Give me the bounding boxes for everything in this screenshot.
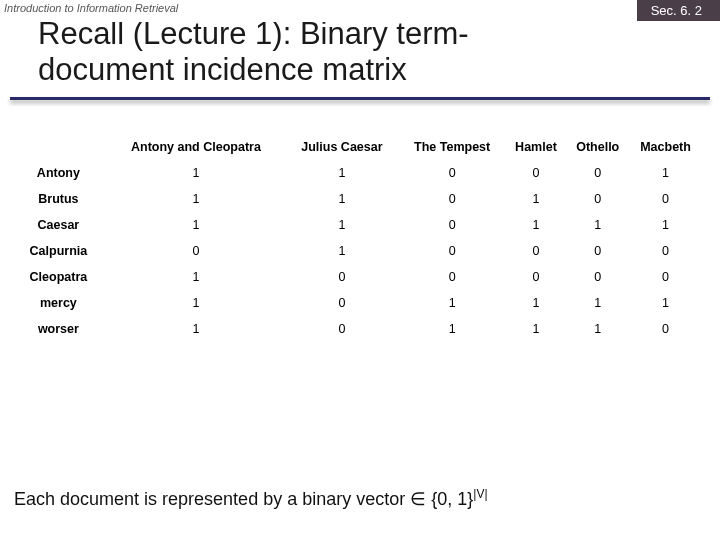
table-row: worser 1 0 1 1 1 0 bbox=[14, 316, 702, 342]
row-header: Antony bbox=[14, 160, 107, 186]
col-header: Macbeth bbox=[629, 134, 702, 160]
cell: 0 bbox=[629, 186, 702, 212]
cell: 0 bbox=[506, 264, 567, 290]
col-header: The Tempest bbox=[399, 134, 506, 160]
col-header: Hamlet bbox=[506, 134, 567, 160]
row-header: Brutus bbox=[14, 186, 107, 212]
cell: 1 bbox=[285, 186, 399, 212]
summary-text: Each document is represented by a binary… bbox=[14, 487, 488, 510]
cell: 1 bbox=[107, 264, 285, 290]
cell: 1 bbox=[107, 186, 285, 212]
cell: 1 bbox=[506, 186, 567, 212]
col-header: Othello bbox=[566, 134, 629, 160]
cell: 1 bbox=[506, 316, 567, 342]
cell: 1 bbox=[107, 290, 285, 316]
cell: 0 bbox=[399, 212, 506, 238]
cell: 0 bbox=[629, 264, 702, 290]
cell: 0 bbox=[566, 238, 629, 264]
incidence-matrix-table: Antony and Cleopatra Julius Caesar The T… bbox=[14, 134, 702, 342]
cell: 1 bbox=[107, 160, 285, 186]
cell: 1 bbox=[506, 290, 567, 316]
cell: 0 bbox=[399, 264, 506, 290]
summary-superscript: |V| bbox=[473, 487, 487, 501]
course-label: Introduction to Information Retrieval bbox=[4, 2, 178, 14]
cell: 0 bbox=[107, 238, 285, 264]
slide-title: Recall (Lecture 1): Binary term- documen… bbox=[0, 16, 720, 97]
row-header: Cleopatra bbox=[14, 264, 107, 290]
corner-cell bbox=[14, 134, 107, 160]
table-row: Antony 1 1 0 0 0 1 bbox=[14, 160, 702, 186]
row-header: mercy bbox=[14, 290, 107, 316]
col-header: Antony and Cleopatra bbox=[107, 134, 285, 160]
cell: 0 bbox=[566, 160, 629, 186]
cell: 0 bbox=[285, 316, 399, 342]
cell: 1 bbox=[107, 212, 285, 238]
cell: 0 bbox=[285, 290, 399, 316]
cell: 0 bbox=[566, 264, 629, 290]
cell: 0 bbox=[506, 160, 567, 186]
section-tag: Sec. 6. 2 bbox=[637, 0, 720, 21]
row-header: worser bbox=[14, 316, 107, 342]
cell: 0 bbox=[399, 238, 506, 264]
cell: 0 bbox=[629, 238, 702, 264]
cell: 1 bbox=[566, 316, 629, 342]
cell: 1 bbox=[629, 290, 702, 316]
cell: 0 bbox=[506, 238, 567, 264]
table-header-row: Antony and Cleopatra Julius Caesar The T… bbox=[14, 134, 702, 160]
cell: 1 bbox=[107, 316, 285, 342]
cell: 1 bbox=[285, 238, 399, 264]
cell: 1 bbox=[566, 290, 629, 316]
col-header: Julius Caesar bbox=[285, 134, 399, 160]
cell: 0 bbox=[285, 264, 399, 290]
row-header: Calpurnia bbox=[14, 238, 107, 264]
table-row: Brutus 1 1 0 1 0 0 bbox=[14, 186, 702, 212]
table-row: Calpurnia 0 1 0 0 0 0 bbox=[14, 238, 702, 264]
cell: 1 bbox=[399, 316, 506, 342]
cell: 1 bbox=[629, 160, 702, 186]
table-row: Cleopatra 1 0 0 0 0 0 bbox=[14, 264, 702, 290]
table-row: Caesar 1 1 0 1 1 1 bbox=[14, 212, 702, 238]
title-line-2: document incidence matrix bbox=[38, 52, 407, 87]
row-header: Caesar bbox=[14, 212, 107, 238]
cell: 0 bbox=[399, 186, 506, 212]
cell: 1 bbox=[629, 212, 702, 238]
cell: 0 bbox=[629, 316, 702, 342]
cell: 0 bbox=[566, 186, 629, 212]
cell: 1 bbox=[506, 212, 567, 238]
summary-prefix: Each document is represented by a binary… bbox=[14, 489, 473, 509]
cell: 0 bbox=[399, 160, 506, 186]
cell: 1 bbox=[285, 160, 399, 186]
top-bar: Introduction to Information Retrieval Se… bbox=[0, 0, 720, 22]
title-underline bbox=[10, 97, 710, 100]
cell: 1 bbox=[399, 290, 506, 316]
matrix-table-wrap: Antony and Cleopatra Julius Caesar The T… bbox=[14, 134, 702, 342]
cell: 1 bbox=[566, 212, 629, 238]
cell: 1 bbox=[285, 212, 399, 238]
table-row: mercy 1 0 1 1 1 1 bbox=[14, 290, 702, 316]
